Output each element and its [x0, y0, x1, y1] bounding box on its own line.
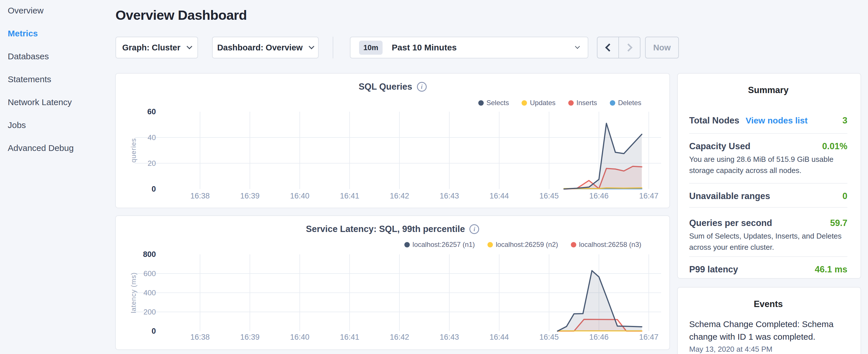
summary-row-value: 0.01% — [822, 141, 847, 152]
sidebar-item-statements[interactable]: Statements — [8, 68, 111, 91]
divider — [689, 183, 847, 184]
event-text: Schema Change Completed: Schema change w… — [689, 318, 834, 343]
x-tick-label: 16:38 — [180, 333, 220, 342]
series-area — [564, 123, 642, 189]
page-title: Overview Dashboard — [116, 7, 247, 23]
x-tick-label: 16:39 — [230, 333, 270, 342]
app-root: Overview Metrics Databases Statements Ne… — [0, 0, 868, 354]
chevron-left-icon — [605, 43, 613, 52]
summary-row-label: Queries per second — [689, 218, 772, 228]
time-range-badge: 10m — [359, 41, 382, 55]
chevron-down-icon — [187, 43, 192, 49]
divider — [689, 133, 847, 134]
summary-row-value: 3 — [842, 116, 847, 126]
event-timestamp: May 13, 2020 at 4:45 PM — [689, 345, 847, 354]
x-tick-label: 16:43 — [429, 192, 469, 200]
sidebar: Overview Metrics Databases Statements Ne… — [8, 0, 111, 160]
summary-row-label: Total Nodes — [689, 116, 739, 126]
y-axis-label: latency (ms) — [129, 272, 137, 313]
x-tick-label: 16:41 — [330, 192, 370, 200]
sql-queries-plot[interactable] — [116, 74, 670, 207]
summary-row-label: P99 latency — [689, 264, 738, 275]
service-latency-chart-card: Service Latency: SQL, 99th percentile i … — [115, 215, 670, 350]
x-tick-label: 16:42 — [379, 192, 420, 200]
now-button[interactable]: Now — [645, 37, 679, 58]
sidebar-item-overview[interactable]: Overview — [8, 0, 111, 22]
sidebar-item-jobs[interactable]: Jobs — [8, 114, 111, 137]
x-tick-label: 16:45 — [529, 192, 569, 200]
summary-row-total-nodes: Total Nodes View nodes list 3 — [689, 116, 847, 126]
summary-row-value: 0 — [842, 191, 847, 201]
summary-row-capacity-used: Capacity Used 0.01% — [689, 141, 847, 152]
y-axis-label: queries — [129, 138, 137, 163]
graph-dropdown[interactable]: Graph: Cluster — [116, 37, 198, 58]
summary-row-unavailable-ranges: Unavailable ranges 0 — [689, 191, 847, 201]
chevron-right-icon — [624, 43, 632, 52]
summary-row-subtext: You are using 28.6 MiB of 515.9 GiB usab… — [689, 154, 847, 176]
x-tick-label: 16:41 — [330, 333, 370, 342]
summary-row-subtext: Sum of Selects, Updates, Inserts, and De… — [689, 231, 847, 253]
service-latency-plot[interactable] — [116, 216, 670, 349]
sidebar-item-advanced-debug[interactable]: Advanced Debug — [8, 137, 111, 160]
y-tick-label: 800 — [116, 250, 156, 259]
x-tick-label: 16:40 — [280, 192, 320, 200]
event-item[interactable]: Schema Change Completed: Schema change w… — [689, 318, 847, 354]
chevron-down-icon — [309, 43, 314, 49]
x-tick-label: 16:46 — [579, 333, 619, 342]
toolbar-divider — [333, 37, 333, 58]
summary-row-queries-per-second: Queries per second 59.7 — [689, 218, 847, 228]
dashboard-dropdown[interactable]: Dashboard: Overview — [212, 37, 319, 58]
next-time-button[interactable] — [619, 37, 640, 58]
time-range-label: Past 10 Minutes — [392, 43, 457, 53]
summary-row-value: 46.1 ms — [815, 264, 847, 275]
x-tick-label: 16:47 — [629, 192, 669, 200]
view-nodes-list-link[interactable]: View nodes list — [746, 116, 808, 125]
x-tick-label: 16:38 — [180, 192, 220, 200]
sidebar-item-metrics[interactable]: Metrics — [8, 22, 111, 45]
time-range-dropdown[interactable]: 10m Past 10 Minutes — [350, 37, 588, 58]
x-tick-label: 16:47 — [629, 333, 669, 342]
x-tick-label: 16:42 — [379, 333, 420, 342]
x-tick-label: 16:39 — [230, 192, 270, 200]
graph-dropdown-label: Graph: Cluster — [122, 43, 180, 53]
y-tick-label: 0 — [116, 185, 156, 194]
x-tick-label: 16:40 — [280, 333, 320, 342]
summary-row-label: Unavailable ranges — [689, 191, 770, 201]
summary-panel: Summary Total Nodes View nodes list 3 Ca… — [677, 73, 861, 279]
y-tick-label: 60 — [116, 107, 156, 116]
summary-row-p99-latency: P99 latency 46.1 ms — [689, 264, 847, 275]
x-tick-label: 16:46 — [579, 192, 619, 200]
dashboard-dropdown-label: Dashboard: Overview — [217, 43, 303, 53]
sidebar-item-network-latency[interactable]: Network Latency — [8, 91, 111, 114]
prev-time-button[interactable] — [597, 37, 619, 58]
x-tick-label: 16:45 — [529, 333, 569, 342]
events-title: Events — [689, 299, 847, 309]
divider — [689, 256, 847, 257]
summary-row-value: 59.7 — [830, 218, 847, 228]
divider — [689, 207, 847, 207]
sql-queries-chart-card: SQL Queries i SelectsUpdatesInsertsDelet… — [115, 73, 670, 208]
sidebar-item-databases[interactable]: Databases — [8, 45, 111, 68]
x-tick-label: 16:44 — [479, 192, 519, 200]
summary-title: Summary — [689, 85, 847, 95]
events-panel: Events Schema Change Completed: Schema c… — [677, 287, 861, 354]
chevron-down-icon — [575, 44, 580, 49]
x-tick-label: 16:43 — [429, 333, 469, 342]
x-tick-label: 16:44 — [479, 333, 519, 342]
y-tick-label: 0 — [116, 326, 156, 336]
time-step-buttons — [597, 37, 641, 58]
summary-row-label: Capacity Used — [689, 141, 750, 152]
